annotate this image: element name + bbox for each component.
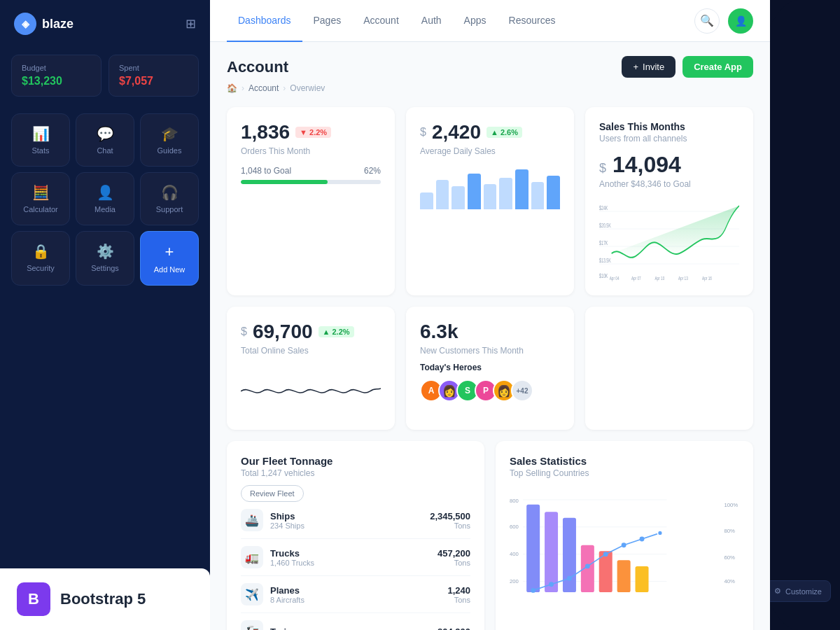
svg-rect-24 [563, 518, 576, 592]
tab-resources[interactable]: Resources [498, 0, 567, 42]
spent-value: $7,057 [119, 75, 188, 88]
sidebar-item-guides[interactable]: 🎓 Guides [140, 113, 199, 167]
svg-point-34 [622, 542, 626, 547]
bar [484, 184, 497, 209]
logo-area: ◈ blaze [14, 13, 74, 35]
sidebar-item-calculator[interactable]: 🧮 Calculator [11, 172, 70, 225]
sidebar-item-support[interactable]: 🎧 Support [140, 172, 199, 225]
sidebar-item-label: Support [156, 205, 183, 214]
top-nav: Dashboards Pages Account Auth Apps Resou… [210, 0, 770, 42]
settings-icon: ⚙️ [97, 243, 114, 260]
budget-value: $13,230 [22, 75, 91, 88]
page-title: Account [227, 58, 288, 76]
logo-icon: ◈ [14, 13, 36, 35]
breadcrumb-home-icon[interactable]: 🏠 [227, 83, 237, 93]
search-button[interactable]: 🔍 [694, 8, 720, 34]
sliders-icon: ⚙ [774, 587, 781, 596]
orders-value: 1,836 ▼ 2.2% [241, 121, 381, 144]
main-panel: Dashboards Pages Account Auth Apps Resou… [210, 0, 770, 630]
online-sales-badge: ▲ 2.2% [318, 326, 354, 337]
customize-button[interactable]: ⚙ Customize [770, 580, 831, 602]
truck-icon: 🚛 [241, 546, 263, 568]
bar [515, 169, 528, 209]
sidebar-item-media[interactable]: 👤 Media [76, 172, 134, 225]
chat-icon: 💬 [97, 125, 114, 142]
invite-button[interactable]: + Invite [622, 56, 676, 78]
svg-rect-22 [526, 505, 540, 592]
svg-point-29 [531, 588, 536, 593]
breadcrumb: 🏠 › Account › Overwiev [227, 83, 753, 93]
page-actions: + Invite Create App [622, 56, 753, 78]
svg-text:40%: 40% [724, 578, 735, 584]
fleet-card: Our Fleet Tonnage Total 1,247 vehicles R… [227, 441, 484, 630]
fleet-item-trucks: 🚛 Trucks 1,460 Trucks 457,200 Tons [241, 539, 470, 576]
new-customers-value: 6.3k [420, 321, 560, 343]
svg-text:600: 600 [510, 524, 519, 530]
svg-text:$13.5K: $13.5K [599, 256, 611, 264]
bar [531, 182, 545, 209]
tab-apps[interactable]: Apps [453, 0, 498, 42]
sidebar-item-label: Chat [97, 146, 113, 155]
support-icon: 🎧 [161, 184, 178, 201]
sidebar-item-label: Add New [154, 265, 186, 274]
bar [420, 192, 433, 209]
tab-pages[interactable]: Pages [302, 0, 353, 42]
progress-pct: 62% [364, 166, 381, 176]
svg-text:60%: 60% [724, 554, 735, 561]
bar [547, 176, 560, 209]
svg-point-31 [567, 576, 572, 581]
sales-stats-title: Sales Statistics [510, 455, 739, 467]
create-app-button[interactable]: Create App [682, 56, 753, 78]
sales-stats-subtitle: Top Selling Countries [510, 468, 739, 478]
sidebar-item-settings[interactable]: ⚙️ Settings [76, 231, 134, 286]
tab-auth[interactable]: Auth [410, 0, 453, 42]
today-heroes-section: Today's Heroes A 👩 S P 👩 +42 [420, 363, 560, 402]
plus-icon: + [633, 62, 638, 72]
add-icon: + [165, 243, 174, 261]
user-avatar[interactable]: 👤 [728, 8, 753, 34]
heroes-title: Today's Heroes [420, 363, 560, 372]
sidebar-item-stats[interactable]: 📊 Stats [11, 113, 70, 167]
sidebar-item-add-new[interactable]: + Add New [140, 231, 199, 286]
svg-rect-28 [636, 566, 649, 592]
review-fleet-button[interactable]: Review Fleet [241, 485, 304, 502]
bar [468, 174, 481, 209]
fleet-title: Our Fleet Tonnage [241, 455, 470, 467]
daily-sales-value: $ 2,420 ▲ 2.6% [420, 121, 560, 144]
orders-badge: ▼ 2.2% [295, 127, 331, 138]
orders-card: 1,836 ▼ 2.2% Orders This Month 1,048 to … [227, 107, 395, 295]
plane-icon: ✈️ [241, 583, 263, 606]
svg-rect-23 [545, 512, 558, 592]
svg-text:$20.5K: $20.5K [599, 221, 611, 229]
bootstrap-text: Bootstrap 5 [60, 590, 146, 608]
tab-dashboards[interactable]: Dashboards [227, 0, 302, 42]
menu-icon[interactable]: ⊞ [186, 16, 196, 31]
svg-point-30 [549, 582, 554, 587]
svg-text:Apr 13: Apr 13 [678, 275, 688, 281]
sidebar-item-label: Stats [31, 146, 49, 155]
bar [451, 186, 465, 209]
sidebar-item-label: Settings [91, 264, 119, 272]
progress-label: 1,048 to Goal [241, 166, 291, 176]
stats-icon: 📊 [32, 125, 50, 142]
top-nav-links: Dashboards Pages Account Auth Apps Resou… [227, 0, 566, 42]
sidebar-item-security[interactable]: 🔒 Security [11, 231, 70, 286]
nav-grid: 📊 Stats 💬 Chat 🎓 Guides 🧮 Calculator 👤 M… [0, 108, 210, 291]
online-sales-value: $ 69,700 ▲ 2.2% [241, 321, 381, 343]
train-icon: 🚂 [241, 620, 263, 630]
sales-title: Sales This Months [599, 121, 739, 132]
tab-account[interactable]: Account [352, 0, 410, 42]
budget-label: Budget [22, 64, 91, 72]
sidebar-item-label: Guides [158, 146, 182, 155]
page-content: Account + Invite Create App 🏠 › Account … [210, 42, 770, 630]
right-panel: ⚙ Customize [770, 0, 840, 630]
svg-text:80%: 80% [724, 528, 735, 534]
spent-label: Spent [119, 64, 188, 72]
bootstrap-icon: B [17, 582, 50, 616]
bar [436, 180, 449, 209]
breadcrumb-account[interactable]: Account [248, 83, 279, 93]
logo-text: blaze [42, 17, 74, 31]
svg-point-33 [603, 552, 608, 556]
sidebar-item-chat[interactable]: 💬 Chat [76, 113, 134, 167]
svg-rect-27 [617, 560, 631, 592]
